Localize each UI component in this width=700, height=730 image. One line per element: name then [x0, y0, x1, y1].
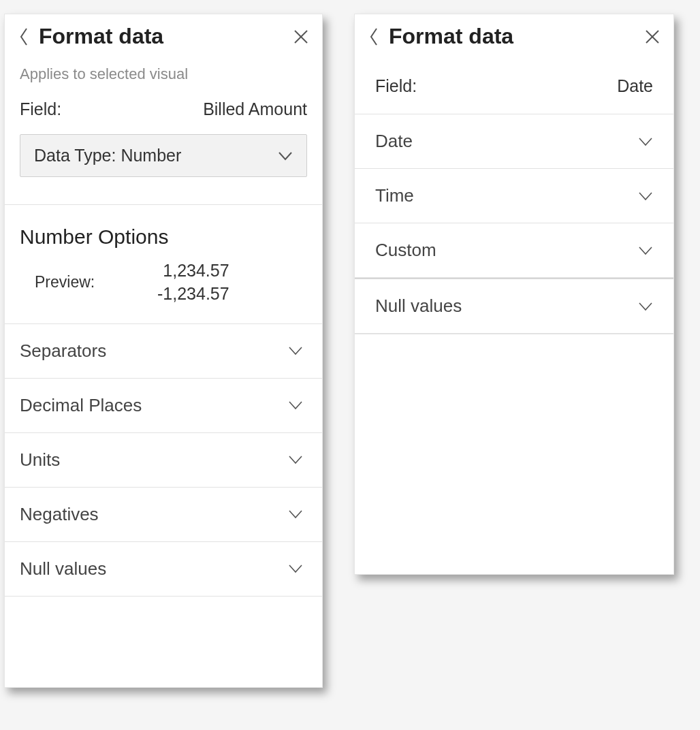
accordion-label: Null values	[375, 296, 462, 317]
accordion-label: Negatives	[20, 504, 99, 525]
accordion-label: Date	[375, 131, 413, 152]
close-icon[interactable]	[645, 29, 660, 44]
accordion-decimal-places[interactable]: Decimal Places	[5, 379, 322, 433]
accordion-label: Units	[20, 449, 60, 471]
accordion-separators[interactable]: Separators	[5, 323, 322, 379]
accordion-label: Separators	[20, 340, 106, 362]
chevron-down-icon	[288, 400, 303, 410]
data-type-label: Data Type: Number	[34, 146, 181, 165]
field-value: Billed Amount	[203, 99, 307, 119]
chevron-down-icon	[638, 246, 653, 255]
panel-title: Format data	[389, 24, 645, 49]
chevron-down-icon	[288, 509, 303, 519]
applies-to-text: Applies to selected visual	[5, 56, 322, 90]
chevron-down-icon	[638, 137, 653, 146]
field-value: Date	[617, 76, 653, 96]
accordion-date[interactable]: Date	[355, 114, 673, 169]
number-options-title: Number Options	[5, 205, 322, 255]
field-row: Field: Billed Amount	[5, 90, 322, 131]
chevron-down-icon	[638, 302, 653, 311]
chevron-down-icon	[278, 151, 293, 161]
divider	[355, 334, 673, 334]
chevron-down-icon	[638, 191, 653, 201]
preview-label: Preview:	[35, 273, 130, 291]
back-icon[interactable]	[18, 27, 39, 46]
field-row: Field: Date	[355, 56, 673, 114]
preview-values: 1,234.57 -1,234.57	[157, 259, 229, 306]
chevron-down-icon	[288, 564, 303, 573]
accordion-label: Time	[375, 185, 414, 206]
close-icon[interactable]	[293, 29, 308, 44]
accordion-label: Decimal Places	[20, 395, 142, 416]
chevron-down-icon	[288, 346, 303, 355]
chevron-down-icon	[288, 455, 303, 464]
preview-line-1: 1,234.57	[157, 259, 229, 283]
format-data-panel-number: Format data Applies to selected visual F…	[4, 14, 323, 688]
preview-row: Preview: 1,234.57 -1,234.57	[5, 255, 322, 323]
panel-title: Format data	[39, 24, 293, 49]
accordion-label: Custom	[375, 240, 436, 261]
format-data-panel-date: Format data Field: Date Date Time Custom…	[354, 14, 674, 575]
panel-header: Format data	[5, 14, 322, 56]
field-label: Field:	[20, 99, 61, 119]
accordion-units[interactable]: Units	[5, 433, 322, 488]
data-type-select[interactable]: Data Type: Number	[20, 134, 307, 177]
field-label: Field:	[375, 76, 417, 96]
accordion-label: Null values	[20, 558, 106, 580]
accordion-null-values[interactable]: Null values	[355, 278, 673, 334]
panel-header: Format data	[355, 14, 673, 56]
preview-line-2: -1,234.57	[157, 283, 229, 306]
accordion-negatives[interactable]: Negatives	[5, 488, 322, 542]
accordion-custom[interactable]: Custom	[355, 223, 673, 278]
back-icon[interactable]	[368, 27, 389, 46]
accordion-null-values[interactable]: Null values	[5, 542, 322, 597]
accordion-time[interactable]: Time	[355, 169, 673, 223]
